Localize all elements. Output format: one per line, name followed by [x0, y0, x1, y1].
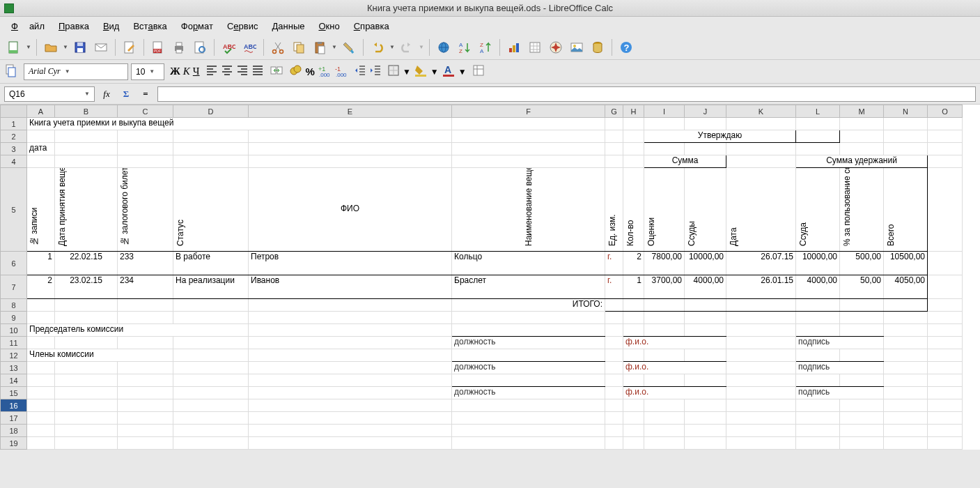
open-button[interactable] [41, 38, 61, 57]
cell[interactable]: должность [452, 362, 605, 374]
print-button[interactable] [169, 38, 189, 57]
cell-reference-input[interactable]: Q16▼ [4, 86, 95, 102]
paste-button[interactable] [310, 38, 329, 57]
hyperlink-button[interactable] [434, 38, 453, 57]
sum-button[interactable]: Σ [118, 86, 134, 102]
borders-button[interactable] [387, 64, 400, 79]
row-header[interactable]: 7 [1, 275, 27, 299]
cell[interactable]: Всего [886, 168, 896, 246]
styles-button[interactable] [4, 63, 18, 79]
cell[interactable]: ф.и.о. [623, 387, 726, 399]
col-header[interactable]: C [118, 105, 173, 118]
cell[interactable]: На реализации [173, 275, 249, 299]
col-header[interactable]: O [928, 105, 963, 118]
italic-button[interactable]: К [183, 66, 190, 77]
cell[interactable]: 1 [27, 252, 55, 275]
row-header[interactable]: 2 [1, 130, 27, 143]
row-header[interactable]: 12 [1, 349, 27, 362]
cell[interactable]: % за пользование ссудой [842, 168, 852, 246]
col-header[interactable]: K [726, 105, 796, 118]
spellcheck-button[interactable]: ABC [219, 38, 238, 57]
save-button[interactable] [70, 38, 90, 57]
cell[interactable]: № залогового билета [120, 168, 130, 246]
autospell-button[interactable]: ABC [240, 38, 259, 57]
align-right-button[interactable] [236, 64, 249, 79]
col-header[interactable]: E [249, 105, 452, 118]
cell[interactable]: Дата принятия вещей под залог [57, 168, 67, 246]
paste-dropdown[interactable]: ▼ [331, 44, 338, 50]
cell[interactable]: 10000,00 [685, 252, 726, 275]
bgcolor-dropdown[interactable]: ▼ [430, 67, 439, 77]
col-header[interactable]: M [840, 105, 884, 118]
format-paintbrush-button[interactable] [339, 38, 359, 57]
cell[interactable]: Сумма удержаний [796, 155, 928, 168]
show-grid-button[interactable] [525, 38, 545, 57]
cell[interactable]: 26.01.15 [726, 275, 796, 299]
menu-file[interactable]: Файл [6, 19, 50, 33]
cell[interactable]: 23.02.15 [55, 275, 118, 299]
cell[interactable]: Утверждаю [644, 130, 796, 143]
new-doc-button[interactable] [4, 38, 24, 57]
redo-button[interactable] [397, 38, 417, 57]
cell[interactable]: ф.и.о. [623, 362, 726, 374]
row-header[interactable]: 1 [1, 118, 27, 130]
row-header[interactable]: 5 [1, 168, 27, 252]
bold-button[interactable]: Ж [170, 66, 180, 77]
cell[interactable]: 500,00 [840, 252, 884, 275]
col-header[interactable]: D [173, 105, 249, 118]
row-header[interactable]: 14 [1, 374, 27, 387]
copy-button[interactable] [289, 38, 309, 57]
function-wizard-button[interactable]: fx [99, 86, 114, 102]
export-pdf-button[interactable]: PDF [148, 38, 168, 57]
formula-input[interactable] [157, 86, 976, 102]
row-header[interactable]: 4 [1, 155, 27, 168]
cell[interactable]: Сумма [644, 155, 726, 168]
fontcolor-dropdown[interactable]: ▼ [458, 67, 467, 77]
chart-button[interactable] [504, 38, 524, 57]
increase-indent-button[interactable] [369, 64, 382, 79]
undo-button[interactable] [368, 38, 387, 57]
cell[interactable]: 7800,00 [644, 252, 685, 275]
decrease-indent-button[interactable] [354, 64, 366, 79]
cell[interactable]: Кольцо [452, 252, 605, 275]
font-size-select[interactable]: 10▼ [131, 63, 164, 80]
menu-format[interactable]: Формат [176, 19, 219, 33]
menu-insert[interactable]: Вставка [127, 19, 172, 33]
row-header[interactable]: 15 [1, 387, 27, 399]
cell[interactable]: должность [452, 387, 605, 399]
col-header[interactable]: B [55, 105, 118, 118]
align-center-button[interactable] [221, 64, 233, 79]
cell[interactable]: ФИО [249, 168, 452, 252]
gallery-button[interactable] [567, 38, 586, 57]
email-button[interactable] [91, 38, 111, 57]
align-left-button[interactable] [205, 64, 218, 79]
fontcolor-button[interactable]: A [442, 63, 456, 79]
col-header[interactable]: G [605, 105, 623, 118]
cell[interactable]: Председатель комиссии [27, 324, 249, 337]
navigator-button[interactable] [546, 38, 566, 57]
spreadsheet-area[interactable]: ABCDEFGHIJKLMNO 1Книга учета приемки и в… [0, 105, 980, 450]
row-header[interactable]: 10 [1, 324, 27, 337]
edit-doc-button[interactable] [120, 38, 139, 57]
underline-button[interactable]: Ч [193, 66, 200, 77]
cell[interactable]: Иванов [249, 275, 452, 299]
cell[interactable]: 2 [623, 252, 644, 275]
remove-decimal-button[interactable]: -1.000 [334, 63, 348, 79]
sort-desc-button[interactable]: ZA [476, 38, 495, 57]
cell[interactable]: подпись [796, 387, 884, 399]
row-header[interactable]: 3 [1, 143, 27, 155]
currency-button[interactable] [289, 63, 303, 79]
cell[interactable]: подпись [796, 362, 884, 374]
cell[interactable]: подпись [796, 337, 884, 349]
col-header[interactable]: L [796, 105, 840, 118]
col-header[interactable]: N [884, 105, 928, 118]
col-header[interactable]: I [644, 105, 685, 118]
cell[interactable]: 50,00 [840, 275, 884, 299]
row-header[interactable]: 13 [1, 362, 27, 374]
cell[interactable]: 1 [623, 275, 644, 299]
new-doc-dropdown[interactable]: ▼ [25, 44, 32, 50]
menu-help[interactable]: Справка [348, 19, 395, 33]
cell[interactable]: должность [452, 337, 605, 349]
menu-data[interactable]: Данные [266, 19, 310, 33]
col-header[interactable]: H [623, 105, 644, 118]
